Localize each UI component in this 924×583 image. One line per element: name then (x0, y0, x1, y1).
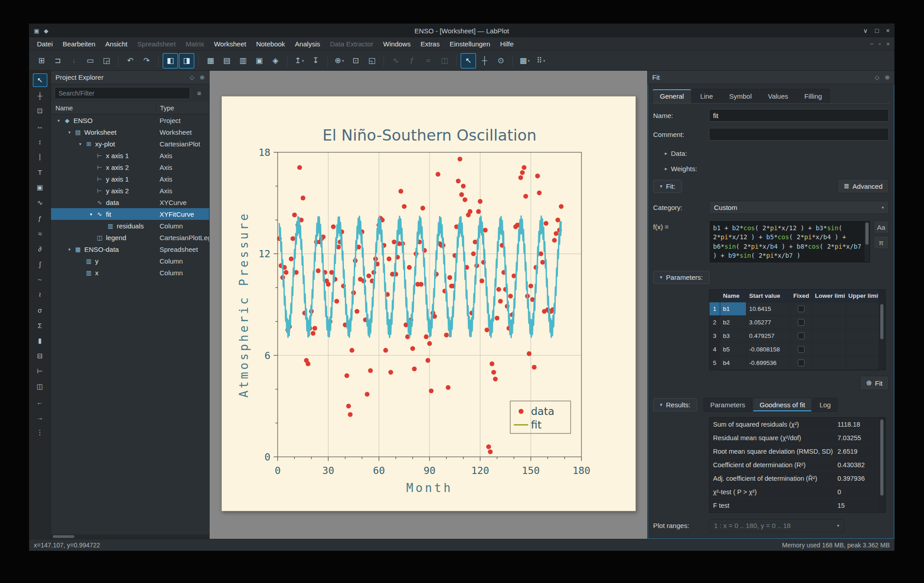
shift-right-x-tool-button[interactable]: → (33, 410, 47, 424)
param-col-upper-limit[interactable]: Upper limit (846, 290, 879, 302)
add-interpolation-tool-button[interactable]: ~ (33, 273, 47, 286)
add-legend-tool-button[interactable]: ◫ (33, 380, 47, 393)
column-header-name[interactable]: Name (51, 105, 156, 112)
fit-to-width-button[interactable]: ◱ (364, 53, 380, 68)
parameter-row-b2[interactable]: 2b23.05277 (709, 316, 879, 329)
menu-einstellungen[interactable]: Einstellungen (444, 38, 495, 50)
comment-input[interactable] (709, 128, 889, 141)
toggle-project-explorer-button[interactable]: ◧ (163, 53, 178, 68)
parameters-section-toggle[interactable]: ▾ Parameters: (653, 271, 709, 284)
param-fixed-cell[interactable] (791, 356, 812, 370)
add-histogram-tool-button[interactable]: ▮ (33, 334, 47, 347)
child-minimize-button[interactable]: − (870, 41, 874, 47)
explorer-hscrollbar[interactable] (51, 534, 209, 539)
expander-icon[interactable]: ▾ (76, 141, 84, 146)
zoom-select-tool-button[interactable]: ⊡ (33, 104, 47, 118)
plot-canvas[interactable]: 0306090120150180061218El Niño-Southern O… (222, 96, 636, 512)
add-fit-tool-button[interactable]: σ (33, 303, 47, 317)
add-differentiation-tool-button[interactable]: ∂ (33, 242, 47, 255)
expander-icon[interactable]: ▾ (55, 118, 63, 123)
fixed-checkbox[interactable] (798, 332, 805, 339)
goodness-row[interactable]: Root mean square deviation (RMSD, SD)2.6… (709, 445, 879, 458)
param-lower-limit-cell[interactable] (812, 343, 846, 356)
param-upper-limit-cell[interactable] (846, 343, 879, 356)
maximize-button[interactable]: □ (875, 27, 878, 34)
close-panel-icon[interactable]: ⊗ (885, 74, 890, 81)
add-boxplot-tool-button[interactable]: ⊟ (33, 349, 47, 363)
param-lower-limit-cell[interactable] (812, 356, 846, 370)
undo-button[interactable]: ↶ (123, 53, 138, 68)
select-edit-mode-button[interactable]: ↖ (461, 53, 476, 68)
new-matrix-button[interactable]: ▥ (235, 53, 251, 68)
export-worksheet-button[interactable]: ↥▾ (292, 53, 307, 68)
add-axis-tool-button[interactable]: ⊢ (33, 364, 47, 378)
tree-row-residuals[interactable]: ▥residualsColumn (51, 220, 209, 232)
formula-editor[interactable]: b1 + b2*cos( 2*pi*x/12 ) + b3*sin( 2*pi*… (709, 220, 871, 263)
tree-row-y[interactable]: ▥yColumn (51, 255, 209, 267)
data-section-toggle[interactable]: ▸ Data: (665, 150, 889, 157)
new-spreadsheet-button[interactable]: ▤ (219, 53, 234, 68)
select-tool-button[interactable]: ↖ (33, 73, 47, 87)
row-number[interactable]: 5 (709, 356, 720, 370)
parameter-row-b1[interactable]: 1b110.6415 (709, 302, 879, 316)
param-fixed-cell[interactable] (791, 329, 812, 343)
row-number[interactable]: 3 (709, 329, 720, 343)
name-input[interactable] (709, 109, 889, 122)
advanced-button[interactable]: ≣ Advanced (837, 179, 889, 193)
param-name-cell[interactable]: b1 (720, 302, 746, 316)
param-start-value-cell[interactable]: 0.479257 (746, 329, 791, 343)
float-panel-icon[interactable]: ◇ (190, 74, 194, 81)
param-start-value-cell[interactable]: -0.0808158 (746, 343, 791, 356)
formula-scrollbar[interactable] (865, 222, 869, 262)
worksheet-sheet[interactable]: 0306090120150180061218El Niño-Southern O… (221, 96, 636, 511)
print-preview-button[interactable]: ◲ (99, 53, 114, 68)
goodness-row[interactable]: Sum of squared residuals (χ²)1118.18 (709, 418, 879, 431)
menu-bearbeiten[interactable]: Bearbeiten (58, 38, 101, 50)
add-plot-menu-button[interactable]: ▩▾ (517, 53, 532, 68)
results-tab-parameters[interactable]: Parameters (704, 398, 752, 412)
shift-left-x-tool-button[interactable]: ← (33, 395, 47, 409)
fixed-checkbox[interactable] (798, 346, 805, 353)
param-col-name[interactable]: Name (720, 290, 746, 302)
plot-legend[interactable]: datafit (510, 401, 571, 433)
menu-windows[interactable]: Windows (378, 38, 416, 50)
constants-button[interactable]: π (874, 236, 889, 249)
param-start-value-cell[interactable]: 10.6415 (746, 302, 791, 316)
tab-general[interactable]: General (652, 89, 691, 103)
param-col-start-value[interactable]: Start value (746, 290, 791, 302)
menu-hilfe[interactable]: Hilfe (495, 38, 519, 50)
tree-row-x-axis-1[interactable]: ⊢x axis 1Axis (51, 150, 209, 161)
close-button[interactable]: × (886, 27, 890, 34)
param-fixed-cell[interactable] (791, 343, 812, 356)
run-fit-button[interactable]: ⊛ Fit (860, 376, 889, 390)
tree-row-data[interactable]: ∿dataXYCurve (51, 196, 209, 208)
expander-icon[interactable]: ▾ (65, 130, 73, 135)
new-project-button[interactable]: ⊞ (34, 53, 49, 68)
import-data-button[interactable]: ↧ (308, 53, 323, 68)
scrollbar-thumb[interactable] (880, 419, 883, 496)
tree-row-x-axis-2[interactable]: ⊢x axis 2Axis (51, 161, 209, 173)
param-upper-limit-cell[interactable] (846, 302, 879, 316)
print-button[interactable]: ▭ (82, 53, 98, 68)
fit-curve[interactable] (279, 216, 561, 337)
menu-ansicht[interactable]: Ansicht (101, 38, 133, 50)
goodness-row[interactable]: χ²-test ( P > χ²)0 (709, 485, 879, 499)
fixed-checkbox[interactable] (798, 319, 805, 326)
menu-extras[interactable]: Extras (416, 38, 445, 50)
add-text-tool-button[interactable]: T (33, 165, 47, 179)
row-number[interactable]: 2 (709, 316, 720, 329)
row-number[interactable]: 4 (709, 343, 720, 356)
tree-row-enso[interactable]: ▾◆ENSOProject (51, 114, 209, 126)
param-fixed-cell[interactable] (791, 316, 812, 329)
tree-row-y-axis-1[interactable]: ⊢y axis 1Axis (51, 173, 209, 185)
fixed-checkbox[interactable] (798, 360, 805, 366)
child-restore-button[interactable]: ▫ (879, 41, 881, 47)
tab-symbol[interactable]: Symbol (722, 89, 759, 103)
tab-line[interactable]: Line (692, 89, 720, 103)
menu-analysis[interactable]: Analysis (290, 38, 325, 50)
navigate-mode-button[interactable]: ┼ (477, 53, 492, 68)
tab-filling[interactable]: Filling (797, 89, 830, 103)
new-worksheet-button[interactable]: ▣ (252, 53, 267, 68)
param-name-cell[interactable]: b3 (720, 329, 746, 343)
title-bar[interactable]: ▣◆ ENSO - [Worksheet] — LabPlot ∨□× (29, 24, 894, 37)
